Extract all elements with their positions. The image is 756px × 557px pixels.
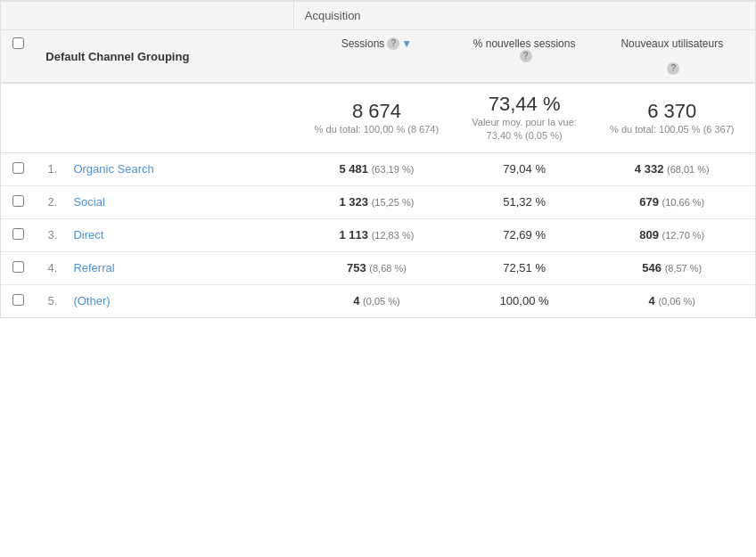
summary-sessions-cell: 8 674 % du total: 100,00 % (8 674) <box>293 83 459 152</box>
new-users-main-0: 4 332 <box>635 162 664 176</box>
summary-pct-sub2: 73,40 % (0,05 %) <box>487 130 563 141</box>
row-pct-sessions-4: 100,00 % <box>460 284 589 317</box>
new-users-help-icon[interactable]: ? <box>667 62 679 75</box>
pct-sessions-value-2: 72,69 % <box>503 228 546 242</box>
summary-cb-cell <box>1 83 35 152</box>
sessions-help-icon[interactable]: ? <box>387 37 399 50</box>
row-sessions-0: 5 481 (63,19 %) <box>293 152 459 185</box>
new-users-main-4: 4 <box>649 294 655 307</box>
table-row: 1. Organic Search 5 481 (63,19 %) 79,04 … <box>1 152 755 185</box>
new-users-pct-1: (10,66 %) <box>662 197 705 208</box>
new-users-pct-0: (68,01 %) <box>667 164 710 175</box>
header-checkbox-spacer <box>1 2 35 30</box>
summary-new-users-sub: % du total: 100,05 % (6 367) <box>600 123 744 136</box>
row-checkbox-cell <box>1 152 35 185</box>
row-checkbox-4[interactable] <box>12 294 24 306</box>
sessions-main-3: 753 <box>347 261 366 274</box>
row-checkbox-cell <box>1 251 35 284</box>
summary-pct-sessions-cell: 73,44 % Valeur moy. pour la vue: 73,40 %… <box>460 83 589 152</box>
sessions-main-2: 1 113 <box>339 228 368 242</box>
acquisition-header-cell: Acquisition <box>293 2 755 30</box>
row-checkbox-cell <box>1 218 35 251</box>
channel-link-1[interactable]: Social <box>73 195 104 209</box>
row-sessions-3: 753 (8,68 %) <box>293 251 459 284</box>
column-headers-row: Default Channel Grouping Sessions ? ▼ % … <box>1 30 755 84</box>
channel-link-4[interactable]: (Other) <box>73 294 110 307</box>
new-users-pct-3: (8,57 %) <box>665 263 703 274</box>
row-channel-0: Organic Search <box>62 152 293 185</box>
sessions-pct-1: (15,25 %) <box>372 197 415 208</box>
channel-link-2[interactable]: Direct <box>73 228 103 242</box>
sessions-label: Sessions <box>341 37 385 50</box>
summary-pct-sub1: Valeur moy. pour la vue: <box>472 117 577 127</box>
channel-link-0[interactable]: Organic Search <box>73 162 153 176</box>
pct-sessions-label: % nouvelles sessions <box>473 37 576 50</box>
row-sessions-2: 1 113 (12,83 %) <box>293 218 459 251</box>
row-rank-2: 3. <box>35 218 62 251</box>
row-checkbox-3[interactable] <box>12 261 24 273</box>
row-channel-1: Social <box>62 185 293 218</box>
new-users-pct-4: (0,06 %) <box>658 296 695 307</box>
channel-grouping-label: Default Channel Grouping <box>45 50 189 63</box>
table-row: 3. Direct 1 113 (12,83 %) 72,69 % 809 (1… <box>1 218 755 251</box>
new-users-main-1: 679 <box>639 195 659 209</box>
row-rank-0: 1. <box>35 152 62 185</box>
sessions-pct-4: (0,05 %) <box>363 296 400 307</box>
summary-sessions-sub: % du total: 100,00 % (8 674) <box>304 123 448 136</box>
row-pct-sessions-1: 51,32 % <box>460 185 589 218</box>
channel-grouping-header: Default Channel Grouping <box>35 30 293 84</box>
row-checkbox-cell <box>1 185 35 218</box>
sessions-main-0: 5 481 <box>339 162 368 176</box>
row-checkbox-2[interactable] <box>12 228 24 240</box>
row-rank-3: 4. <box>35 251 62 284</box>
row-checkbox-cell <box>1 284 35 317</box>
row-new-users-1: 679 (10,66 %) <box>589 185 755 218</box>
row-checkbox-0[interactable] <box>12 162 24 174</box>
row-new-users-2: 809 (12,70 %) <box>589 218 755 251</box>
row-channel-4: (Other) <box>62 284 293 317</box>
row-checkbox-1[interactable] <box>12 195 24 207</box>
summary-sessions-value: 8 674 <box>304 100 448 123</box>
pct-sessions-help-icon[interactable]: ? <box>520 50 532 62</box>
summary-new-users-cell: 6 370 % du total: 100,05 % (6 367) <box>589 83 755 152</box>
pct-sessions-value-0: 79,04 % <box>503 162 546 176</box>
table-row: 4. Referral 753 (8,68 %) 72,51 % 546 (8,… <box>1 251 755 284</box>
summary-new-users-value: 6 370 <box>600 100 744 123</box>
sessions-pct-0: (63,19 %) <box>372 164 415 175</box>
channel-header-spacer <box>35 2 293 30</box>
row-rank-1: 2. <box>35 185 62 218</box>
row-channel-3: Referral <box>62 251 293 284</box>
sessions-main-1: 1 323 <box>339 195 368 209</box>
row-pct-sessions-0: 79,04 % <box>460 152 589 185</box>
sessions-pct-2: (12,83 %) <box>372 230 415 241</box>
new-users-label: Nouveaux utilisateurs <box>620 37 723 50</box>
new-users-pct-2: (12,70 %) <box>662 230 705 241</box>
summary-pct-sessions-value: 73,44 % <box>471 93 579 116</box>
table-row: 2. Social 1 323 (15,25 %) 51,32 % 679 (1… <box>1 185 755 218</box>
sessions-pct-3: (8,68 %) <box>369 263 407 274</box>
row-new-users-4: 4 (0,06 %) <box>589 284 755 317</box>
acquisition-label: Acquisition <box>305 9 361 22</box>
pct-sessions-value-3: 72,51 % <box>503 261 546 274</box>
row-sessions-1: 1 323 (15,25 %) <box>293 185 459 218</box>
pct-sessions-value-4: 100,00 % <box>500 294 549 307</box>
new-users-main-3: 546 <box>642 261 662 274</box>
summary-pct-sessions-sub: Valeur moy. pour la vue: 73,40 % (0,05 %… <box>471 116 579 143</box>
row-pct-sessions-2: 72,69 % <box>460 218 589 251</box>
row-pct-sessions-3: 72,51 % <box>460 251 589 284</box>
table-row: 5. (Other) 4 (0,05 %) 100,00 % 4 (0,06 %… <box>1 284 755 317</box>
channel-link-3[interactable]: Referral <box>73 261 114 274</box>
select-all-checkbox[interactable] <box>12 37 24 49</box>
sessions-sort-arrow[interactable]: ▼ <box>401 37 412 50</box>
header-checkbox-cell <box>1 30 35 84</box>
analytics-table: Acquisition Default Channel Grouping Ses… <box>0 0 756 318</box>
summary-channel-cell <box>35 83 293 152</box>
pct-sessions-value-1: 51,32 % <box>503 195 546 209</box>
pct-sessions-header-cell: % nouvelles sessions ? <box>460 30 589 84</box>
row-rank-4: 5. <box>35 284 62 317</box>
row-new-users-0: 4 332 (68,01 %) <box>589 152 755 185</box>
row-new-users-3: 546 (8,57 %) <box>589 251 755 284</box>
sessions-header-cell: Sessions ? ▼ <box>293 30 459 84</box>
sessions-main-4: 4 <box>353 294 359 307</box>
row-channel-2: Direct <box>62 218 293 251</box>
